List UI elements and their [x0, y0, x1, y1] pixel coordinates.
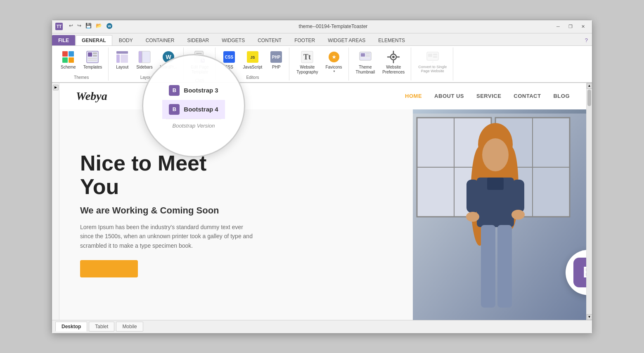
layout-icon — [116, 50, 129, 64]
scrollbar-track — [587, 89, 592, 314]
svg-rect-3 — [88, 52, 92, 57]
theme-thumbnail-icon — [359, 50, 372, 64]
theme-thumbnail-button[interactable]: Theme Thumbnail — [353, 48, 378, 77]
tab-body[interactable]: BODY — [113, 35, 139, 45]
svg-rect-68 — [497, 225, 512, 308]
tab-footer[interactable]: FOOTER — [288, 35, 321, 45]
favicons-button[interactable]: ★ Favicons ▼ — [323, 48, 345, 75]
hero-image-svg — [413, 109, 586, 320]
layout-button[interactable]: Layout — [113, 48, 132, 72]
svg-rect-7 — [88, 60, 97, 61]
svg-text:→: → — [431, 61, 434, 63]
bootstrap-version-label: Bootstrap Version — [166, 119, 222, 130]
tab-general[interactable]: GENERAL — [76, 35, 112, 45]
minimize-button[interactable]: ─ — [552, 22, 564, 31]
tab-desktop[interactable]: Desktop — [55, 322, 87, 332]
hero-cta-button[interactable] — [80, 260, 138, 277]
hero-left: Nice to MeetYou We are Working & Coming … — [59, 109, 413, 320]
expand-panel-button[interactable]: ▶ — [53, 85, 59, 90]
window-controls: ─ ❐ ✕ — [552, 22, 589, 31]
ribbon-content: Scheme Templates — [52, 46, 592, 83]
javascript-label: JavaScript — [243, 65, 263, 70]
bootstrap3-badge: B — [169, 85, 180, 96]
svg-rect-4 — [93, 52, 97, 54]
tab-widgets[interactable]: WIDGETS — [215, 35, 251, 45]
nav-about[interactable]: ABOUT US — [434, 93, 464, 99]
svg-rect-6 — [88, 58, 97, 59]
svg-rect-12 — [139, 51, 142, 63]
bootstrap3-label: Bootstrap 3 — [184, 87, 218, 94]
sidebars-button[interactable]: Sidebars — [133, 48, 155, 72]
themes-group-label: Themes — [74, 75, 89, 80]
bootstrap-version-popup: B Bootstrap 3 B Bootstrap 4 Bootstrap Ve… — [142, 54, 245, 157]
tab-container[interactable]: CONTAINER — [140, 35, 181, 45]
svg-text:★: ★ — [332, 54, 336, 59]
hero-right — [413, 109, 586, 320]
svg-rect-34 — [366, 53, 370, 54]
convert-label: Convert to Single Page Website — [418, 65, 447, 74]
redo-btn[interactable]: ↪ — [76, 23, 83, 31]
hero-section: Nice to MeetYou We are Working & Coming … — [59, 109, 586, 320]
svg-rect-8 — [116, 51, 128, 54]
convert-button[interactable]: → Convert to Single Page Website — [415, 48, 450, 76]
bootstrap3-option[interactable]: B Bootstrap 3 — [162, 81, 225, 100]
bootstrap4-badge: B — [169, 104, 180, 115]
restore-button[interactable]: ❐ — [565, 22, 576, 31]
layout-label: Layout — [116, 65, 128, 70]
templates-label: Templates — [83, 65, 102, 70]
scheme-icon — [62, 50, 75, 64]
title-bar: TT ↩ ↪ 💾 📂 W theme--00194-TemplateToaste… — [52, 20, 592, 33]
bootstrap-logo-icon: B — [573, 258, 586, 287]
scroll-down-button[interactable]: ▼ — [587, 314, 592, 320]
wordpress-quick[interactable]: W — [105, 23, 114, 31]
help-button[interactable]: ? — [581, 35, 592, 45]
tab-widget-areas[interactable]: WIDGET AREAS — [322, 35, 372, 45]
website-preferences-button[interactable]: Website Preferences — [379, 48, 407, 77]
save-btn[interactable]: 💾 — [84, 23, 93, 31]
open-btn[interactable]: 📂 — [95, 23, 103, 31]
left-panel: ▶ — [52, 83, 59, 320]
ribbon-group-theme: Theme Thumbnail Website Preference — [350, 47, 412, 81]
javascript-button[interactable]: JS JavaScript — [240, 48, 265, 72]
tab-elements[interactable]: ELEMENTS — [372, 35, 411, 45]
svg-rect-9 — [116, 54, 120, 63]
close-button[interactable]: ✕ — [577, 22, 589, 31]
nav-service[interactable]: SERVICE — [476, 93, 501, 99]
nav-home[interactable]: HOME — [405, 93, 422, 99]
tab-tablet[interactable]: Tablet — [89, 322, 114, 332]
favicons-label: Favicons — [326, 65, 342, 70]
scrollbar-thumb[interactable] — [587, 90, 591, 106]
scroll-up-button[interactable]: ▲ — [587, 83, 592, 89]
bootstrap4-option[interactable]: B Bootstrap 4 — [162, 100, 225, 119]
tab-content[interactable]: CONTENT — [251, 35, 288, 45]
php-button[interactable]: PHP PHP — [267, 48, 286, 72]
ribbon-group-typography: Tt Website Typography ★ Favicons ▼ — [290, 47, 348, 81]
theme-items: Theme Thumbnail Website Preference — [353, 48, 408, 80]
convert-items: → Convert to Single Page Website — [415, 48, 450, 80]
right-scrollbar: ▲ ▼ — [586, 83, 592, 320]
php-label: PHP — [272, 65, 281, 70]
svg-rect-46 — [433, 56, 437, 58]
nav-blog[interactable]: BLOG — [553, 93, 570, 99]
tab-file[interactable]: FILE — [52, 35, 75, 45]
main-window: TT ↩ ↪ 💾 📂 W theme--00194-TemplateToaste… — [52, 20, 592, 334]
svg-rect-35 — [366, 55, 370, 57]
svg-rect-10 — [121, 54, 128, 63]
ribbon-group-themes: Scheme Templates — [54, 47, 109, 81]
website-typography-button[interactable]: Tt Website Typography — [294, 48, 321, 77]
svg-rect-63 — [466, 180, 479, 213]
typography-items: Tt Website Typography ★ Favicons ▼ — [294, 48, 345, 80]
content-area: ▶ Webya HOME ABOUT US SERVICE CONTACT BL… — [52, 83, 592, 320]
sidebars-icon — [138, 50, 151, 64]
tab-mobile[interactable]: Mobile — [116, 322, 143, 332]
scheme-button[interactable]: Scheme — [58, 48, 79, 72]
quick-access-toolbar: ↩ ↪ 💾 📂 W — [68, 23, 114, 31]
hero-image — [413, 109, 586, 320]
templates-button[interactable]: Templates — [80, 48, 105, 72]
undo-btn[interactable]: ↩ — [68, 23, 74, 31]
svg-rect-45 — [433, 54, 437, 55]
nav-contact[interactable]: CONTACT — [514, 93, 541, 99]
site-logo: Webya — [76, 90, 107, 103]
tab-sidebar[interactable]: SIDEBAR — [181, 35, 215, 45]
hero-subtitle: We are Working & Coming Soon — [80, 205, 392, 216]
